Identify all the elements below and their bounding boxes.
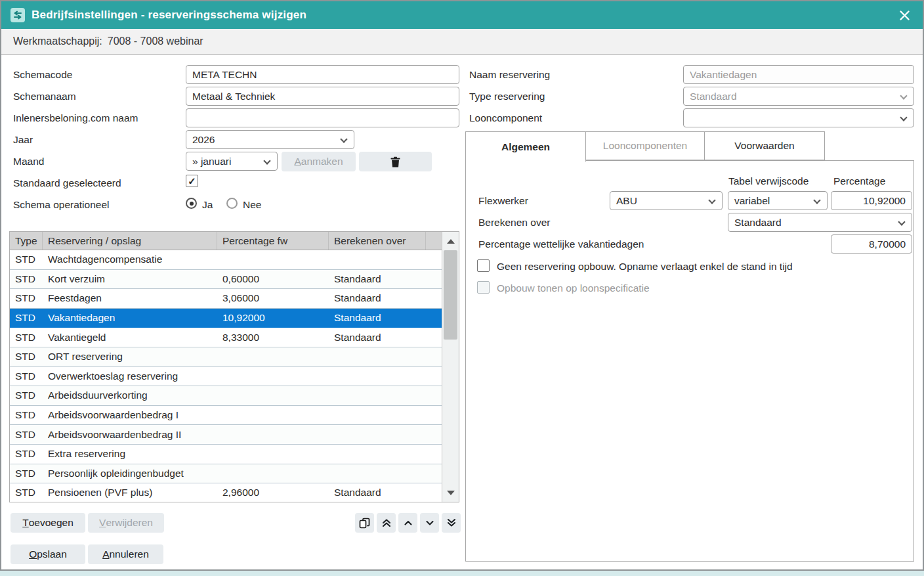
table-cell: STD bbox=[10, 429, 43, 441]
move-bottom-button[interactable] bbox=[442, 513, 461, 533]
table-row[interactable]: STDOverwerktoeslag reservering bbox=[10, 367, 442, 387]
delete-month-button[interactable] bbox=[359, 152, 432, 171]
chevron-down-icon bbox=[900, 92, 907, 99]
move-up-button[interactable] bbox=[398, 513, 417, 533]
chevron-down-icon bbox=[708, 196, 715, 204]
table-row[interactable]: STDVakantiedagen10,92000Standaard bbox=[10, 309, 442, 328]
table-row[interactable]: STDKort verzuim0,60000Standaard bbox=[10, 270, 442, 290]
aanmaken-button[interactable]: Aanmaken bbox=[282, 152, 356, 171]
berekenen-over-select[interactable]: Standaard bbox=[728, 213, 912, 232]
naam-reservering-label: Naam reservering bbox=[469, 69, 550, 81]
radio-dot-icon bbox=[190, 202, 194, 206]
table-cell: STD bbox=[10, 370, 43, 382]
table-cell: Standaard bbox=[329, 312, 442, 324]
verwijderen-button[interactable]: Verwijderen bbox=[88, 513, 164, 533]
table-cell: STD bbox=[10, 254, 43, 265]
table-row[interactable]: STDExtra reservering bbox=[10, 445, 442, 464]
dialog-window: Bedrijfsinstellingen - reserveringsschem… bbox=[0, 0, 924, 571]
opslaan-button[interactable]: Opslaan bbox=[10, 544, 85, 564]
schemacode-input[interactable] bbox=[186, 65, 459, 84]
flexwerker-verwijscode-select[interactable]: variabel bbox=[728, 191, 828, 210]
tab-voorwaarden[interactable]: Voorwaarden bbox=[704, 131, 825, 160]
table-cell: STD bbox=[10, 389, 43, 401]
table-cell: Vakantiegeld bbox=[43, 332, 217, 343]
table-cell: Feestdagen bbox=[43, 292, 217, 304]
table-cell: STD bbox=[10, 273, 43, 285]
inlenersbeloning-input[interactable] bbox=[186, 108, 459, 127]
table-scrollbar[interactable] bbox=[442, 232, 459, 502]
transfer-icon bbox=[10, 8, 25, 22]
table-cell: Extra reservering bbox=[43, 448, 217, 460]
table-row[interactable]: STDPersoonlijk opleidingenbudget bbox=[10, 464, 442, 484]
double-chevron-down-icon bbox=[446, 518, 457, 528]
standaard-geselecteerd-checkbox[interactable]: ✓ bbox=[186, 175, 198, 187]
table-cell: Standaard bbox=[329, 292, 442, 304]
table-cell: Vakantiedagen bbox=[43, 312, 217, 324]
table-cell: 8,33000 bbox=[217, 332, 329, 343]
column-header-percentage[interactable]: Percentage fw bbox=[217, 232, 329, 250]
maand-select[interactable]: » januari bbox=[186, 152, 278, 171]
flexwerker-label: Flexwerker bbox=[478, 195, 528, 207]
maand-value: » januari bbox=[192, 156, 231, 167]
schemanaam-label: Schemanaam bbox=[13, 91, 76, 102]
table-cell: STD bbox=[10, 351, 43, 363]
table-body: STDWachtdagencompensatieSTDKort verzuim0… bbox=[10, 250, 442, 502]
copy-icon bbox=[359, 518, 370, 529]
close-icon[interactable] bbox=[895, 6, 914, 24]
table-cell: STD bbox=[10, 332, 43, 343]
table-cell: STD bbox=[10, 292, 43, 304]
table-row[interactable]: STDVakantiegeld8,33000Standaard bbox=[10, 328, 442, 347]
flexwerker-cao-select[interactable]: ABU bbox=[610, 191, 723, 210]
schema-operationeel-ja-radio[interactable] bbox=[186, 198, 197, 209]
move-down-button[interactable] bbox=[420, 513, 439, 533]
flexwerker-percentage-input[interactable] bbox=[831, 191, 912, 210]
copy-row-button[interactable] bbox=[355, 513, 374, 533]
scroll-up-icon[interactable] bbox=[442, 232, 459, 250]
table-row[interactable]: STDPensioenen (PVF plus)2,96000Standaard bbox=[10, 483, 442, 502]
table-row[interactable]: STDArbeidsduurverkorting bbox=[10, 386, 442, 406]
column-header-reservering[interactable]: Reservering / opslag bbox=[43, 232, 217, 250]
double-chevron-up-icon bbox=[381, 518, 392, 528]
tabel-verwijscode-header: Tabel verwijscode bbox=[728, 175, 808, 187]
table-row[interactable]: STDWachtdagencompensatie bbox=[10, 250, 442, 270]
jaar-value: 2026 bbox=[192, 134, 215, 146]
table-row[interactable]: STDArbeidsvoorwaardenbedrag I bbox=[10, 406, 442, 426]
table-header: Type Reservering / opslag Percentage fw … bbox=[10, 232, 459, 250]
tab-algemeen[interactable]: Algemeen bbox=[465, 131, 586, 162]
table-row[interactable]: STDORT reservering bbox=[10, 347, 442, 367]
flexwerker-cao-value: ABU bbox=[616, 195, 637, 207]
table-cell: STD bbox=[10, 448, 43, 460]
inlenersbeloning-label: Inlenersbeloning.com naam bbox=[13, 112, 138, 124]
table-cell: STD bbox=[10, 468, 43, 479]
column-header-berekenen[interactable]: Berekenen over bbox=[329, 232, 426, 250]
schema-operationeel-nee-label: Nee bbox=[243, 199, 261, 211]
looncomponent-select[interactable] bbox=[683, 108, 914, 127]
jaar-select[interactable]: 2026 bbox=[186, 130, 354, 149]
annuleren-button[interactable]: Annuleren bbox=[88, 544, 163, 564]
toevoegen-button[interactable]: Toevoegen bbox=[10, 513, 85, 533]
scroll-down-icon[interactable] bbox=[442, 483, 459, 502]
percentage-header: Percentage bbox=[833, 175, 885, 187]
berekenen-over-value: Standaard bbox=[734, 217, 782, 229]
table-row[interactable]: STDFeestdagen3,06000Standaard bbox=[10, 289, 442, 309]
naam-reservering-input bbox=[683, 65, 914, 84]
schema-operationeel-nee-radio[interactable] bbox=[226, 198, 238, 209]
schemanaam-input[interactable] bbox=[186, 87, 459, 106]
dialog-title: Bedrijfsinstellingen - reserveringsschem… bbox=[32, 9, 306, 22]
flexwerker-verwijscode-value: variabel bbox=[734, 195, 770, 207]
jaar-label: Jaar bbox=[13, 134, 33, 146]
table-row[interactable]: STDArbeidsvoorwaardenbedrag II bbox=[10, 425, 442, 445]
scrollbar-thumb[interactable] bbox=[444, 250, 457, 340]
geen-reservering-checkbox[interactable] bbox=[477, 259, 490, 272]
schema-operationeel-ja-label: Ja bbox=[202, 199, 213, 211]
wettelijke-vakantiedagen-input[interactable] bbox=[831, 234, 912, 254]
column-header-type[interactable]: Type bbox=[10, 232, 43, 250]
chevron-down-icon bbox=[900, 114, 907, 121]
table-cell: 3,06000 bbox=[217, 292, 329, 304]
table-cell: Standaard bbox=[329, 273, 442, 285]
tab-looncomponenten[interactable]: Looncomponenten bbox=[585, 131, 705, 160]
type-reservering-value: Standaard bbox=[690, 91, 737, 102]
table-cell: 2,96000 bbox=[217, 487, 329, 498]
algemeen-tab-panel: Tabel verwijscode Percentage Flexwerker … bbox=[465, 160, 914, 562]
move-top-button[interactable] bbox=[377, 513, 396, 533]
